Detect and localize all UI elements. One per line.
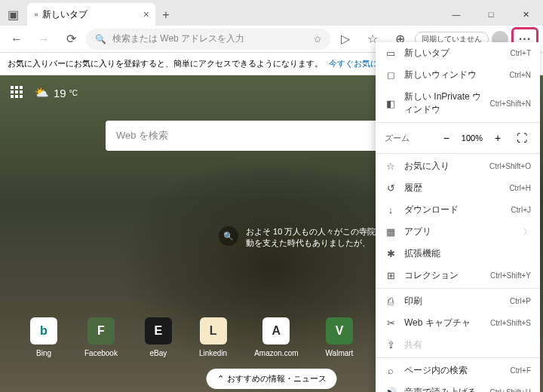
- tab-title: 新しいタブ: [42, 8, 87, 21]
- infobar-text: お気に入りバーにお気に入りを登録すると、簡単にアクセスできるようになります。: [8, 58, 323, 69]
- search-icon: 🔍: [95, 34, 106, 44]
- fullscreen-button[interactable]: ⛶: [513, 129, 531, 147]
- weather-temp: 19: [54, 87, 66, 100]
- find-icon: ⌕: [385, 365, 397, 376]
- history-icon: ↺: [385, 182, 397, 194]
- chevron-right-icon: 〉: [523, 227, 531, 237]
- address-bar[interactable]: 🔍 検索または Web アドレスを入力 ✩: [86, 29, 330, 50]
- news-button[interactable]: ⌃ おすすめの情報・ニュース: [207, 369, 337, 389]
- menu-inprivate[interactable]: ◧新しい InPrivate ウィンドウCtrl+Shift+N: [376, 86, 540, 121]
- menu-webcapture[interactable]: ✂Web キャプチャCtrl+Shift+S: [376, 312, 540, 334]
- weather-widget[interactable]: ⛅ 19 °C: [35, 86, 78, 100]
- menu-favorites[interactable]: ☆お気に入りCtrl+Shift+O: [376, 155, 540, 177]
- titlebar: ▣ ▫ 新しいタブ × + ― □ ✕: [0, 0, 543, 26]
- zoom-value: 100%: [462, 133, 483, 142]
- sidebar-button[interactable]: ▣: [8, 8, 19, 22]
- tile-icon: F: [87, 317, 115, 345]
- menu-zoom: ズーム − 100% + ⛶: [376, 124, 540, 152]
- menu-print[interactable]: ⎙印刷Ctrl+P: [376, 290, 540, 312]
- quick-link-tile[interactable]: LLinkedin: [199, 317, 227, 357]
- zoom-out-button[interactable]: −: [437, 129, 456, 147]
- menu-downloads[interactable]: ↓ダウンロードCtrl+J: [376, 199, 540, 221]
- collections-icon: ⊞: [385, 270, 397, 281]
- download-icon: ↓: [385, 204, 397, 216]
- image-caption: 🔍 およそ 10 万人もの人々がこの寺院の 動を支えた時代もありましたが、: [219, 226, 384, 249]
- content-topbar: ⛅ 19 °C: [11, 86, 78, 100]
- back-button[interactable]: ←: [5, 28, 29, 51]
- tile-icon: E: [145, 317, 172, 345]
- tile-label: Facebook: [84, 349, 118, 357]
- magnify-icon[interactable]: 🔍: [219, 226, 238, 246]
- close-window-button[interactable]: ✕: [508, 3, 543, 26]
- tile-icon: b: [30, 317, 57, 345]
- tile-label: Linkedin: [199, 349, 227, 357]
- minimize-button[interactable]: ―: [439, 3, 474, 26]
- site-settings-icon[interactable]: ✩: [314, 34, 321, 44]
- search-placeholder: Web を検索: [116, 129, 168, 142]
- menu-find[interactable]: ⌕ページ内の検索Ctrl+F: [376, 360, 540, 381]
- quick-link-tile[interactable]: bBing: [30, 317, 57, 357]
- weather-icon: ⛅: [35, 86, 49, 100]
- tile-label: Bing: [36, 349, 51, 357]
- tile-icon: V: [326, 317, 353, 345]
- tile-label: Walmart: [326, 349, 354, 357]
- menu-new-tab[interactable]: ▭新しいタブCtrl+T: [376, 42, 540, 64]
- web-search-box[interactable]: Web を検索: [106, 121, 392, 151]
- menu-collections[interactable]: ⊞コレクションCtrl+Shift+Y: [376, 265, 540, 286]
- news-label: おすすめの情報・ニュース: [227, 373, 327, 384]
- extensions-icon: ✱: [385, 248, 397, 259]
- cursor-icon[interactable]: ▷: [333, 28, 357, 51]
- browser-tab[interactable]: ▫ 新しいタブ ×: [27, 3, 155, 26]
- menu-new-window[interactable]: ◻新しいウィンドウCtrl+N: [376, 64, 540, 86]
- weather-unit: °C: [69, 89, 78, 97]
- readaloud-icon: 🔊: [385, 387, 397, 392]
- tile-label: eBay: [150, 349, 167, 357]
- star-icon: ☆: [385, 161, 397, 172]
- menu-apps[interactable]: ▦アプリ〉: [376, 221, 540, 243]
- tile-icon: L: [200, 317, 227, 345]
- more-menu: ▭新しいタブCtrl+T ◻新しいウィンドウCtrl+N ◧新しい InPriv…: [376, 42, 540, 392]
- inprivate-icon: ◧: [385, 98, 397, 109]
- quick-link-tile[interactable]: FFacebook: [84, 317, 118, 357]
- page-icon: ▫: [35, 9, 38, 20]
- share-icon: ⇪: [385, 339, 397, 351]
- menu-history[interactable]: ↺履歴Ctrl+H: [376, 177, 540, 199]
- tile-icon: A: [262, 317, 290, 345]
- quick-link-tile[interactable]: VWalmart: [326, 317, 354, 357]
- close-tab-icon[interactable]: ×: [143, 8, 149, 20]
- apps-icon: ▦: [385, 226, 397, 237]
- menu-readaloud[interactable]: 🔊音声で読み上げるCtrl+Shift+U: [376, 381, 540, 392]
- refresh-button[interactable]: ⟳: [59, 28, 83, 51]
- window-icon: ◻: [385, 69, 397, 81]
- quick-link-tile[interactable]: EeBay: [145, 317, 172, 357]
- print-icon: ⎙: [385, 296, 397, 307]
- address-placeholder: 検索または Web アドレスを入力: [112, 32, 244, 45]
- menu-share: ⇪共有: [376, 334, 540, 356]
- maximize-button[interactable]: □: [474, 3, 508, 26]
- tile-label: Amazon.com: [254, 349, 298, 357]
- menu-extensions[interactable]: ✱拡張機能: [376, 243, 540, 265]
- zoom-in-button[interactable]: +: [489, 129, 507, 147]
- forward-button[interactable]: →: [32, 28, 56, 51]
- chevron-up-icon: ⌃: [217, 374, 224, 384]
- tab-icon: ▭: [385, 47, 397, 59]
- apps-grid-icon[interactable]: [11, 86, 24, 100]
- quick-link-tile[interactable]: AAmazon.com: [254, 317, 298, 357]
- quick-links: bBingFFacebookEeBayLLinkedinAAmazon.comV…: [30, 317, 353, 357]
- capture-icon: ✂: [385, 317, 397, 329]
- caption-line2: 動を支えた時代もありましたが、: [246, 237, 384, 249]
- caption-line1: およそ 10 万人もの人々がこの寺院の: [246, 226, 384, 237]
- new-tab-button[interactable]: +: [155, 5, 176, 26]
